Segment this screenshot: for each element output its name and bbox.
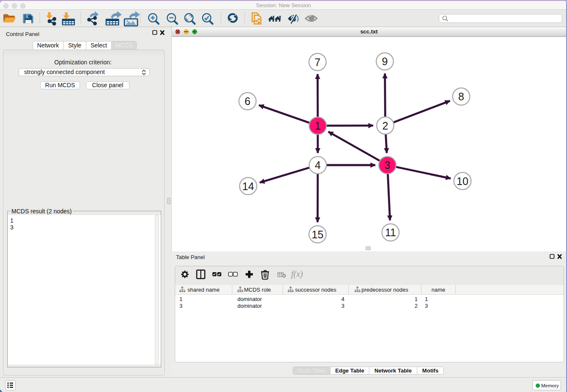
svg-text:8: 8: [458, 91, 464, 102]
svg-text:4: 4: [315, 159, 321, 171]
svg-text:1: 1: [315, 120, 321, 132]
svg-text:7: 7: [315, 56, 321, 68]
svg-text:10: 10: [457, 175, 468, 187]
svg-text:14: 14: [242, 180, 254, 192]
svg-text:11: 11: [385, 226, 396, 238]
svg-text:9: 9: [382, 55, 388, 67]
svg-text:3: 3: [385, 159, 391, 171]
svg-text:15: 15: [312, 229, 324, 240]
svg-text:6: 6: [245, 95, 250, 107]
svg-text:2: 2: [383, 120, 388, 132]
svg-text:f(x): f(x): [291, 269, 303, 279]
